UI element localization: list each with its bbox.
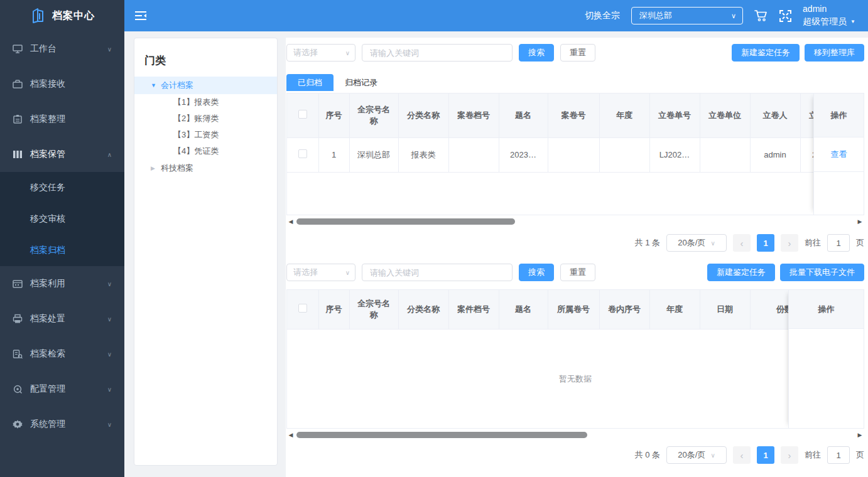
column-header: 日期 bbox=[700, 290, 750, 329]
fullscreen-icon[interactable] bbox=[779, 10, 791, 22]
column-header: 年度 bbox=[599, 94, 649, 137]
switch-fonds-label: 切换全宗 bbox=[585, 10, 620, 21]
fixed-action-column: 操作 bbox=[788, 290, 864, 428]
pagination-records: 共 0 条 20条/页 ∨ ‹ 1 › 前往 页 bbox=[286, 446, 864, 464]
scroll-right-icon[interactable]: ▶ bbox=[855, 218, 864, 225]
search-button-2[interactable]: 搜索 bbox=[519, 264, 554, 281]
goto-page-input-2[interactable] bbox=[827, 446, 850, 464]
batch-download-button[interactable]: 批量下载电子文件 bbox=[780, 264, 864, 281]
tree-node-salary-class[interactable]: 【3】工资类 bbox=[134, 127, 277, 143]
goto-page-input[interactable] bbox=[827, 234, 850, 252]
sidebar-item-transfer-task[interactable]: 移交任务 bbox=[0, 172, 124, 203]
fonds-select[interactable]: 深圳总部 ∨ bbox=[631, 7, 743, 24]
tree-node-ledger-class[interactable]: 【2】账簿类 bbox=[134, 110, 277, 127]
keyword-input[interactable] bbox=[362, 44, 513, 62]
filter-field-placeholder: 请选择 bbox=[293, 47, 345, 58]
column-header: 分类名称 bbox=[398, 290, 448, 329]
table-row[interactable]: 1 深圳总部 报表类 2023… LJ202… admin 2023… bbox=[287, 137, 850, 172]
sidebar-item-archive-storage[interactable]: 档案保管 ∧ bbox=[0, 137, 124, 172]
cell-seq: 1 bbox=[318, 137, 349, 172]
column-header-action: 操作 bbox=[789, 290, 864, 329]
keyword-input-2[interactable] bbox=[362, 264, 513, 281]
user-menu[interactable]: admin 超级管理员 ▼ bbox=[803, 3, 855, 28]
tab-archived[interactable]: 已归档 bbox=[286, 74, 334, 91]
tree-node-label: 科技档案 bbox=[161, 163, 193, 174]
select-all-checkbox[interactable] bbox=[298, 110, 307, 119]
tree-title: 门类 bbox=[134, 48, 277, 77]
view-link[interactable]: 查看 bbox=[831, 149, 847, 160]
app-logo-icon bbox=[30, 8, 46, 24]
column-header: 序号 bbox=[318, 94, 349, 137]
search-button[interactable]: 搜索 bbox=[519, 44, 554, 62]
cell-filing-order-no: LJ202… bbox=[649, 137, 700, 172]
content-area: 门类 ▼ 会计档案 【1】报表类 【2】账簿类 【3】工资类 【4】凭证类 ▶ … bbox=[124, 31, 868, 477]
sidebar-item-system-management[interactable]: 系统管理 ∨ bbox=[0, 407, 124, 442]
chevron-down-icon: ∨ bbox=[710, 452, 715, 459]
clipboard-icon bbox=[13, 114, 23, 124]
column-header: 分类名称 bbox=[398, 94, 448, 137]
tree-node-report-class[interactable]: 【1】报表类 bbox=[134, 94, 277, 110]
page-size-select[interactable]: 20条/页 ∨ bbox=[666, 234, 727, 252]
sidebar-item-archive-receive[interactable]: 档案接收 bbox=[0, 67, 124, 102]
sidebar-item-label: 档案处置 bbox=[30, 313, 107, 324]
calendar-icon bbox=[13, 279, 23, 289]
tree-child-label: 【3】工资类 bbox=[173, 129, 219, 141]
cart-icon[interactable] bbox=[754, 9, 768, 22]
sidebar-item-archive-filing[interactable]: 档案归档 bbox=[0, 235, 124, 266]
tree-node-label: 会计档案 bbox=[161, 80, 193, 91]
fonds-select-value: 深圳总部 bbox=[639, 10, 731, 21]
page-unit-label: 页 bbox=[856, 449, 864, 461]
column-header: 案卷档号 bbox=[448, 94, 499, 137]
caret-down-icon: ▼ bbox=[151, 82, 161, 88]
chevron-down-icon: ∨ bbox=[345, 50, 350, 56]
tree-node-voucher-class[interactable]: 【4】凭证类 bbox=[134, 143, 277, 159]
next-page-button[interactable]: › bbox=[781, 446, 798, 464]
page-size-value: 20条/页 bbox=[678, 237, 705, 249]
chevron-down-icon: ∨ bbox=[107, 386, 112, 393]
prev-page-button[interactable]: ‹ bbox=[733, 234, 751, 252]
scrollbar-track[interactable] bbox=[295, 218, 855, 225]
sidebar-item-archive-use[interactable]: 档案利用 ∨ bbox=[0, 266, 124, 301]
tree-node-accounting-archive[interactable]: ▼ 会计档案 bbox=[134, 77, 277, 94]
scroll-right-icon[interactable]: ▶ bbox=[855, 432, 864, 438]
sidebar-item-workbench[interactable]: 工作台 ∨ bbox=[0, 31, 124, 67]
sidebar-item-archive-organize[interactable]: 档案整理 bbox=[0, 102, 124, 137]
sidebar-item-transfer-review[interactable]: 移交审核 bbox=[0, 203, 124, 235]
page-size-select-2[interactable]: 20条/页 ∨ bbox=[666, 446, 727, 464]
app-root: 档案中心 工作台 ∨ 档案接收 档案整理 档案保管 ∧ bbox=[0, 0, 868, 477]
select-all-checkbox[interactable] bbox=[298, 304, 307, 313]
scrollbar-thumb[interactable] bbox=[296, 218, 515, 225]
menu-fold-icon[interactable] bbox=[134, 10, 147, 21]
new-appraisal-task-button-2[interactable]: 新建鉴定任务 bbox=[707, 264, 775, 281]
new-appraisal-task-button[interactable]: 新建鉴定任务 bbox=[732, 44, 800, 62]
filter-field-select-2[interactable]: 请选择 ∨ bbox=[286, 264, 355, 281]
scroll-left-icon[interactable]: ◀ bbox=[286, 218, 295, 225]
prev-page-button[interactable]: ‹ bbox=[733, 446, 751, 464]
chevron-down-icon: ∨ bbox=[731, 12, 736, 20]
goto-label: 前往 bbox=[805, 237, 821, 249]
move-to-organize-lib-button[interactable]: 移到整理库 bbox=[805, 44, 864, 62]
sidebar-item-archive-search[interactable]: 档案检索 ∨ bbox=[0, 336, 124, 372]
filter-field-select[interactable]: 请选择 ∨ bbox=[286, 44, 355, 62]
current-page-button[interactable]: 1 bbox=[757, 446, 774, 464]
column-header: 题名 bbox=[499, 290, 548, 329]
row-checkbox[interactable] bbox=[298, 149, 307, 158]
tree-node-tech-archive[interactable]: ▶ 科技档案 bbox=[134, 159, 277, 177]
current-page-button[interactable]: 1 bbox=[757, 234, 774, 252]
cell-title: 2023… bbox=[499, 137, 548, 172]
scrollbar-track[interactable] bbox=[295, 432, 855, 438]
table-empty-space bbox=[287, 173, 864, 215]
sidebar-item-label: 系统管理 bbox=[30, 419, 107, 430]
reset-button-2[interactable]: 重置 bbox=[560, 264, 595, 281]
scrollbar-thumb[interactable] bbox=[296, 432, 587, 438]
column-header: 全宗号名称 bbox=[349, 94, 398, 137]
tree-child-label: 【2】账簿类 bbox=[173, 113, 219, 124]
sidebar-item-archive-disposal[interactable]: 档案处置 ∨ bbox=[0, 301, 124, 336]
reset-button[interactable]: 重置 bbox=[560, 44, 595, 62]
sidebar-item-config-management[interactable]: 配置管理 ∨ bbox=[0, 372, 124, 407]
next-page-button[interactable]: › bbox=[781, 234, 798, 252]
tab-filing-records[interactable]: 归档记录 bbox=[334, 74, 389, 91]
sidebar-item-label: 档案利用 bbox=[30, 278, 107, 289]
shelf-icon bbox=[13, 149, 23, 159]
scroll-left-icon[interactable]: ◀ bbox=[286, 432, 295, 438]
